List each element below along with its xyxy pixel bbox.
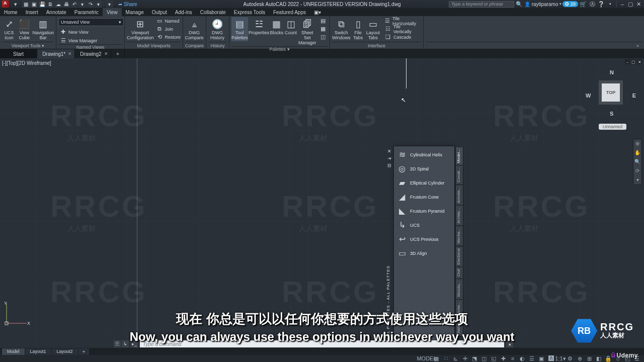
viewcube[interactable]: N S E W TOP Unnamed xyxy=(586,69,636,130)
start-tab[interactable]: Start xyxy=(0,49,37,58)
tab-parametric[interactable]: Parametric xyxy=(70,8,103,16)
pal-sm2[interactable]: ▦ xyxy=(318,25,328,33)
palette-tab[interactable]: Archite... xyxy=(455,205,463,226)
tool-palettes-button[interactable]: ▤Tool Palettes xyxy=(231,17,248,41)
tile-v-button[interactable]: ☷Tile Vertically xyxy=(383,25,421,33)
qat-redo-icon[interactable]: ↷ xyxy=(87,1,94,8)
app-icon[interactable] xyxy=(2,1,9,8)
osnap-icon[interactable]: ◫ xyxy=(480,355,488,362)
3dosnap-icon[interactable]: ◱ xyxy=(490,355,498,362)
model-status-icon[interactable]: MODEL xyxy=(423,355,431,362)
close-tab-icon[interactable]: ✕ xyxy=(68,51,72,56)
palette-tab[interactable]: Structu... xyxy=(455,279,463,300)
layout1-tab[interactable]: Layout1 xyxy=(25,348,51,355)
apps-icon[interactable]: Ⓐ xyxy=(588,1,596,8)
ucs-icon-button[interactable]: ⤢ UCS Icon xyxy=(2,17,16,41)
autodesk-badge[interactable]: ✪ 29 xyxy=(562,1,578,7)
dwg-history-button[interactable]: 🕘DWG History xyxy=(208,17,226,41)
viewcube-ucs-tag[interactable]: Unnamed xyxy=(599,124,626,130)
viewcube-w[interactable]: W xyxy=(586,93,591,99)
file-tab-drawing2[interactable]: Drawing2✕ xyxy=(75,49,111,58)
nav-zoom-icon[interactable]: 🔍 xyxy=(634,159,640,165)
add-layout-button[interactable]: ＋ xyxy=(78,348,89,355)
tab-express[interactable]: Express Tools xyxy=(230,8,269,16)
palette-tab[interactable]: Annota... xyxy=(455,185,463,206)
qat-undo-icon[interactable]: ↶ xyxy=(70,1,78,8)
qat-undo-dd-icon[interactable]: ▾ xyxy=(78,1,86,8)
model-tab[interactable]: Model xyxy=(2,348,25,355)
palette-item[interactable]: ◢Frustum Cone xyxy=(394,190,454,204)
annomon-icon[interactable]: ⊕ xyxy=(576,355,584,362)
palette-item[interactable]: ↩UCS Previous xyxy=(394,232,454,246)
command-line[interactable]: ▸_ Type a command ▴ xyxy=(131,340,513,348)
qview-icon[interactable]: ◧ xyxy=(595,355,603,362)
navbar-button[interactable]: ▥ Navigation Bar xyxy=(32,17,54,41)
app-menu-dropdown[interactable]: ▾ xyxy=(11,1,20,8)
polar-icon[interactable]: ✛ xyxy=(461,355,469,362)
da-close-icon[interactable]: ✕ xyxy=(637,59,642,64)
scale-icon[interactable]: 1:1▾ xyxy=(556,355,565,362)
palette-item[interactable]: ◣Frustum Pyramid xyxy=(394,204,454,218)
switch-windows-button[interactable]: ⧉Switch Windows xyxy=(332,17,351,41)
panel-palettes[interactable]: Palettes ▾ xyxy=(231,46,328,52)
share-button[interactable]: ➦ Share xyxy=(118,2,137,7)
pal-sm3[interactable]: ◫ xyxy=(318,33,328,41)
new-view-button[interactable]: ✚New View xyxy=(58,28,122,36)
palette-item[interactable]: ▰Elliptical Cylinder xyxy=(394,176,454,190)
search-icon[interactable]: 🔍 xyxy=(515,1,523,8)
blocks-button[interactable]: ▦Blocks xyxy=(270,17,284,36)
viewcube-face[interactable]: TOP xyxy=(602,83,620,102)
palette-tab[interactable]: Hatche... xyxy=(455,299,463,320)
palette-item[interactable]: ◎2D Spiral xyxy=(394,162,454,176)
viewcube-n[interactable]: N xyxy=(610,69,614,75)
sheetset-button[interactable]: 🗐Sheet Set Manager xyxy=(298,17,316,46)
close-tab-icon[interactable]: ✕ xyxy=(104,51,108,56)
qat-web-icon[interactable]: ☁ xyxy=(54,1,62,8)
units-icon[interactable]: ⊞ xyxy=(585,355,593,362)
qat-open-icon[interactable]: ▣ xyxy=(30,1,38,8)
viewport-config-button[interactable]: ⊞ Viewport Configuration xyxy=(127,17,154,41)
palette-item[interactable]: ▭3D Align xyxy=(394,246,454,260)
tab-view[interactable]: View xyxy=(103,8,122,16)
view-manager-button[interactable]: ☰View Manager xyxy=(58,37,122,44)
view-combo[interactable]: Unsaved View▾ xyxy=(58,18,124,26)
file-tab-drawing1[interactable]: Drawing1*✕ xyxy=(37,49,75,58)
qat-saveas-icon[interactable]: 🗎 xyxy=(46,1,54,8)
palette-tab[interactable]: Tables xyxy=(455,320,463,336)
qat-save-icon[interactable]: 💾 xyxy=(38,1,46,8)
navigation-bar[interactable]: ⊕ ✋ 🔍 ⟳ ▾ xyxy=(633,139,642,185)
tab-home[interactable]: Home xyxy=(0,8,22,16)
nav-orbit-icon[interactable]: ⟳ xyxy=(634,168,640,174)
sc-icon[interactable]: ▣ xyxy=(537,355,545,362)
cmd-recent-icon[interactable]: ↳ xyxy=(122,340,129,347)
da-min-icon[interactable]: – xyxy=(625,59,630,64)
tool-palettes-panel[interactable]: ✕ ⇥ ⊟ TOOL PALETTES - ALL PALETTES ☰ ≋Cy… xyxy=(393,146,455,347)
nav-pan-icon[interactable]: ✋ xyxy=(634,150,640,156)
qat-new-icon[interactable]: ▦ xyxy=(22,1,30,8)
command-input[interactable]: Type a command xyxy=(140,340,504,347)
properties-button[interactable]: ☳Properties xyxy=(249,17,269,36)
tab-annotate[interactable]: Annotate xyxy=(42,8,70,16)
qat-plot-icon[interactable]: 🖶 xyxy=(62,1,70,8)
palette-tab[interactable]: Model... xyxy=(455,146,463,165)
count-button[interactable]: ◫Count xyxy=(284,17,297,36)
viewcube-s[interactable]: S xyxy=(610,111,613,117)
file-tabs-button[interactable]: ▯File Tabs xyxy=(352,17,365,41)
palette-pin-icon[interactable]: ⇥ xyxy=(386,155,392,161)
tab-collaborate[interactable]: Collaborate xyxy=(196,8,230,16)
da-max-icon[interactable]: ▢ xyxy=(631,59,636,64)
transp-icon[interactable]: ◐ xyxy=(518,355,526,362)
snap-icon[interactable]: ∷ xyxy=(442,355,450,362)
palette-item[interactable]: ↳UCS xyxy=(394,218,454,232)
close-icon[interactable]: ✕ xyxy=(635,1,642,7)
help-icon[interactable]: ❔ xyxy=(597,1,605,8)
cascade-button[interactable]: ❑Cascade xyxy=(383,33,421,41)
pal-sm1[interactable]: ▤ xyxy=(318,17,328,25)
tab-output[interactable]: Output xyxy=(148,8,171,16)
cmd-expand-icon[interactable]: ▴ xyxy=(506,340,513,347)
layout-tabs-button[interactable]: ▭Layout Tabs xyxy=(366,17,380,41)
palette-tab[interactable]: Mecha... xyxy=(455,226,463,246)
nav-wheel-icon[interactable]: ⊕ xyxy=(634,141,640,147)
new-tab-button[interactable]: ＋ xyxy=(111,49,125,58)
tab-insert[interactable]: Insert xyxy=(22,8,42,16)
